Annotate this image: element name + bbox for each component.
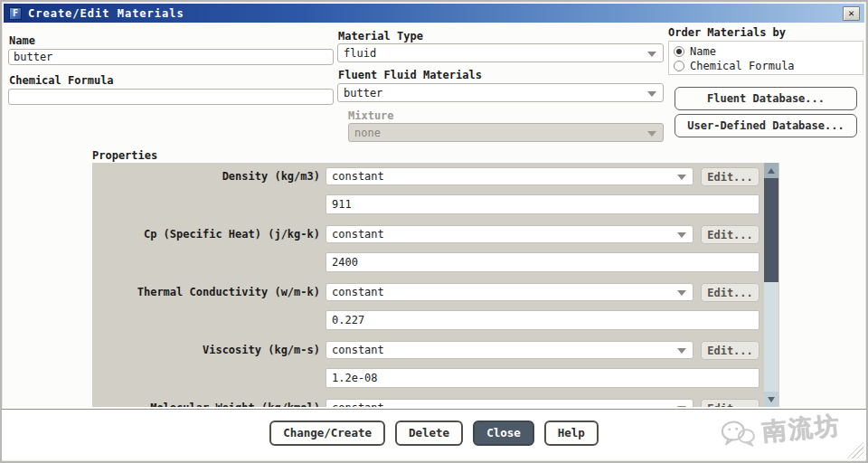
material-type-label: Material Type	[338, 30, 423, 43]
order-materials-by-label: Order Materials by	[668, 26, 786, 39]
property-row-viscosity: Viscosity (kg/m-s) constant Edit...	[92, 341, 779, 395]
fluent-fluid-materials-label: Fluent Fluid Materials	[338, 69, 482, 81]
property-value-input[interactable]	[326, 194, 760, 214]
chevron-down-icon	[677, 406, 686, 407]
properties-scrollbar[interactable]	[764, 163, 778, 407]
chevron-down-icon	[647, 131, 656, 137]
edit-button[interactable]: Edit...	[701, 225, 760, 244]
create-edit-materials-dialog: F Create/Edit Materials ✕ Name Chemical …	[0, 0, 868, 463]
material-type-dropdown[interactable]: fluid	[337, 43, 664, 62]
footer-button-bar: Change/Create Delete Close Help	[2, 410, 866, 459]
property-label: Cp (Specific Heat) (j/kg-k)	[92, 225, 320, 243]
property-method-value: constant	[332, 286, 384, 298]
property-row-cp: Cp (Specific Heat) (j/kg-k) constant Edi…	[92, 225, 779, 279]
chemical-formula-input[interactable]	[8, 89, 334, 105]
radio-order-by-name[interactable]: Name	[674, 45, 716, 58]
scroll-up-icon[interactable]	[764, 163, 778, 178]
property-method-dropdown[interactable]: constant	[326, 399, 693, 407]
property-method-value: constant	[332, 402, 384, 407]
scroll-down-icon[interactable]	[764, 392, 778, 407]
window-title: Create/Edit Materials	[28, 7, 184, 20]
radio-label: Chemical Formula	[690, 60, 795, 72]
chemical-formula-label: Chemical Formula	[9, 74, 114, 87]
edit-button[interactable]: Edit...	[701, 167, 760, 186]
property-method-value: constant	[332, 228, 384, 241]
mixture-label: Mixture	[348, 109, 394, 122]
close-icon[interactable]: ✕	[843, 6, 860, 21]
property-method-value: constant	[332, 344, 384, 356]
fluent-fluid-materials-dropdown[interactable]: butter	[337, 83, 664, 102]
property-value-input[interactable]	[326, 310, 760, 330]
titlebar[interactable]: F Create/Edit Materials ✕	[4, 4, 864, 23]
edit-button[interactable]: Edit...	[701, 399, 760, 407]
property-method-dropdown[interactable]: constant	[326, 225, 693, 243]
property-row-molecular-weight: Molecular Weight (kg/kmol) constant Edit…	[92, 399, 779, 407]
property-value-input[interactable]	[326, 368, 760, 388]
fluent-app-icon: F	[9, 7, 22, 20]
property-method-dropdown[interactable]: constant	[326, 167, 693, 185]
radio-label: Name	[690, 45, 716, 58]
properties-panel: Density (kg/m3) constant Edit... Cp (Spe…	[92, 163, 779, 407]
radio-icon	[674, 61, 684, 71]
edit-button[interactable]: Edit...	[701, 283, 760, 302]
property-label: Thermal Conductivity (w/m-k)	[92, 283, 320, 301]
property-method-dropdown[interactable]: constant	[326, 341, 693, 359]
scrollbar-thumb[interactable]	[764, 178, 778, 282]
property-row-thermal-conductivity: Thermal Conductivity (w/m-k) constant Ed…	[92, 283, 779, 337]
fluent-database-button[interactable]: Fluent Database...	[675, 87, 857, 110]
chevron-down-icon	[647, 91, 656, 97]
help-button[interactable]: Help	[544, 420, 599, 446]
material-type-value: fluid	[344, 47, 376, 60]
fluent-fluid-materials-value: butter	[344, 87, 382, 99]
mixture-dropdown: none	[348, 123, 664, 142]
name-label: Name	[9, 34, 35, 47]
name-input[interactable]	[8, 49, 334, 65]
property-value-input[interactable]	[326, 252, 760, 272]
property-method-dropdown[interactable]: constant	[326, 283, 693, 301]
close-button[interactable]: Close	[473, 420, 534, 446]
property-label: Density (kg/m3)	[92, 167, 320, 185]
delete-button[interactable]: Delete	[395, 420, 463, 446]
chevron-down-icon	[677, 232, 686, 238]
change-create-button[interactable]: Change/Create	[269, 420, 385, 446]
radio-icon	[674, 46, 684, 57]
chevron-down-icon	[677, 175, 686, 180]
property-row-density: Density (kg/m3) constant Edit...	[92, 167, 779, 222]
mixture-value: none	[354, 127, 381, 139]
properties-label: Properties	[92, 149, 157, 162]
chevron-down-icon	[677, 290, 686, 296]
property-label: Viscosity (kg/m-s)	[92, 341, 320, 359]
user-defined-database-button[interactable]: User-Defined Database...	[675, 114, 857, 137]
order-materials-group: Name Chemical Formula	[668, 41, 863, 75]
property-method-value: constant	[332, 170, 384, 183]
property-label: Molecular Weight (kg/kmol)	[92, 399, 320, 407]
edit-button[interactable]: Edit...	[701, 341, 760, 360]
chevron-down-icon	[677, 348, 686, 354]
radio-order-by-chemical-formula[interactable]: Chemical Formula	[674, 60, 795, 72]
chevron-down-icon	[647, 52, 656, 57]
